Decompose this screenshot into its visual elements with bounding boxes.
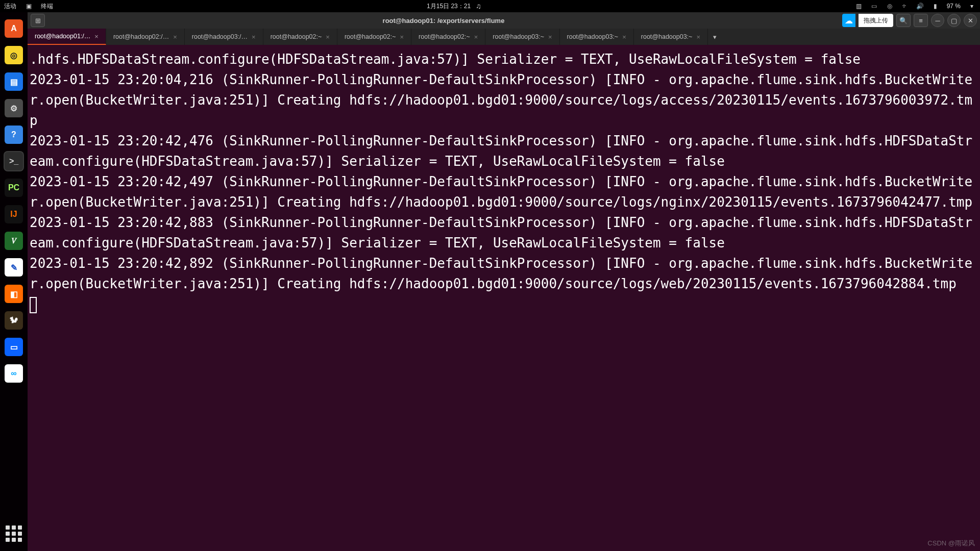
activities-button[interactable]: 活动 — [4, 2, 16, 11]
tab-close-icon[interactable]: × — [94, 33, 99, 40]
hamburger-icon: ≡ — [919, 17, 923, 24]
pycharm-icon: PC — [5, 179, 23, 197]
tab-close-icon[interactable]: × — [548, 33, 552, 41]
meet-icon: ▭ — [5, 338, 23, 356]
libreoffice-writer-icon: ▤ — [5, 72, 23, 91]
tab-label: root@hadoop02:~ — [345, 33, 396, 40]
notification-bell-icon[interactable]: ♫ — [476, 2, 481, 10]
rhythmbox-icon: ◎ — [5, 46, 23, 64]
window-headerbar: ⊞ root@hadoop01: /export/servers/flume ☁… — [28, 12, 980, 29]
settings-icon: ⚙ — [5, 99, 23, 117]
tab-label: root@hadoop02:~ — [271, 33, 322, 40]
gvim-icon: 𝑉 — [5, 232, 23, 250]
help-icon: ? — [5, 126, 23, 144]
terminal-tab-6[interactable]: root@hadoop03:~× — [485, 29, 559, 45]
dock-app-pycharm[interactable]: PC — [4, 178, 24, 198]
tab-close-icon[interactable]: × — [474, 33, 478, 41]
dock-app-terminal[interactable]: >_ — [4, 151, 24, 171]
wifi-icon[interactable]: ᯤ — [901, 2, 909, 10]
volume-icon[interactable]: 🔊 — [916, 2, 924, 10]
upload-promo-label: 拖拽上传 — [859, 14, 893, 27]
text-editor-icon: ✎ — [5, 258, 23, 277]
tab-label: root@hadoop03:~ — [493, 33, 544, 40]
window-maximize-button[interactable]: ▢ — [947, 14, 961, 27]
terminal-icon: >_ — [5, 152, 23, 170]
tab-label: root@hadoop03:/… — [192, 33, 248, 40]
dock-app-settings[interactable]: ⚙ — [4, 98, 24, 118]
terminal-tab-bar: root@hadoop01:/…×root@hadoop02:/…×root@h… — [28, 29, 980, 45]
ubuntu-dock: A◎▤⚙?>_PCIJ𝑉✎◧🐿▭∞ — [0, 12, 28, 551]
tab-close-icon[interactable]: × — [400, 33, 404, 41]
terminal-tab-8[interactable]: root@hadoop03:~× — [634, 29, 708, 45]
tab-close-icon[interactable]: × — [173, 33, 177, 41]
tray-icon-3[interactable]: ◎ — [886, 2, 894, 10]
gnome-top-panel: 活动 ▣ 终端 1月15日 23：21 ♫ ▥ ▭ ◎ ᯤ 🔊 ▮ 97 % ▾ — [0, 0, 980, 12]
tray-icon-1[interactable]: ▥ — [855, 2, 863, 10]
app-menu-label[interactable]: 终端 — [41, 2, 53, 11]
terminal-tab-2[interactable]: root@hadoop03:/…× — [185, 29, 263, 45]
new-tab-button[interactable]: ⊞ — [31, 14, 45, 27]
dock-app-virtualbox[interactable]: ◧ — [4, 284, 24, 304]
window-close-button[interactable]: ✕ — [964, 14, 977, 27]
terminal-tab-1[interactable]: root@hadoop02:/…× — [106, 29, 185, 45]
minimize-icon: ─ — [935, 17, 940, 24]
dock-app-ubuntu-software[interactable]: A — [4, 18, 24, 39]
system-menu-chevron-icon[interactable]: ▾ — [968, 2, 976, 10]
terminal-tab-4[interactable]: root@hadoop02:~× — [337, 29, 411, 45]
watermark: CSDN @雨诺风 — [927, 539, 975, 548]
terminal-tab-7[interactable]: root@hadoop03:~× — [560, 29, 634, 45]
dbeaver-icon: 🐿 — [5, 311, 23, 330]
hamburger-menu-button[interactable]: ≡ — [914, 14, 928, 27]
ubuntu-software-icon: A — [5, 19, 23, 38]
dock-app-libreoffice-writer[interactable]: ▤ — [4, 71, 24, 92]
terminal-output[interactable]: .hdfs.HDFSDataStream.configure(HDFSDataS… — [28, 45, 980, 551]
baidu-netdisk-icon: ∞ — [5, 364, 23, 383]
tab-label: root@hadoop02:/… — [113, 33, 169, 40]
dock-app-rhythmbox[interactable]: ◎ — [4, 45, 24, 65]
terminal-window: ⊞ root@hadoop01: /export/servers/flume ☁… — [28, 12, 980, 551]
tab-label: root@hadoop03:~ — [641, 33, 693, 40]
tab-close-icon[interactable]: × — [326, 33, 330, 41]
search-button[interactable]: 🔍 — [896, 14, 911, 27]
dock-app-text-editor[interactable]: ✎ — [4, 257, 24, 278]
tab-close-icon[interactable]: × — [622, 33, 626, 41]
show-applications-button[interactable] — [4, 523, 24, 544]
terminal-tab-0[interactable]: root@hadoop01:/…× — [28, 29, 106, 45]
window-minimize-button[interactable]: ─ — [931, 14, 944, 27]
terminal-tab-3[interactable]: root@hadoop02:~× — [263, 29, 337, 45]
new-tab-icon: ⊞ — [35, 17, 41, 24]
dock-app-gvim[interactable]: 𝑉 — [4, 231, 24, 251]
terminal-menu-icon: ▣ — [24, 2, 33, 10]
tab-label: root@hadoop01:/… — [35, 33, 90, 40]
tab-label: root@hadoop02:~ — [419, 33, 470, 40]
clock-label[interactable]: 1月15日 23：21 — [427, 2, 471, 11]
tab-close-icon[interactable]: × — [696, 33, 700, 41]
dock-app-intellij[interactable]: IJ — [4, 204, 24, 224]
search-icon: 🔍 — [899, 17, 908, 24]
maximize-icon: ▢ — [951, 17, 957, 24]
terminal-cursor — [30, 297, 37, 313]
virtualbox-icon: ◧ — [5, 285, 23, 303]
dock-app-meet[interactable]: ▭ — [4, 337, 24, 357]
tray-icon-2[interactable]: ▭ — [870, 2, 878, 10]
dock-app-baidu-netdisk[interactable]: ∞ — [4, 363, 24, 384]
tab-overflow-button[interactable]: ▾ — [708, 29, 722, 45]
terminal-tab-5[interactable]: root@hadoop02:~× — [411, 29, 485, 45]
battery-percent: 97 % — [947, 3, 961, 10]
cloud-icon: ☁ — [842, 14, 855, 27]
close-icon: ✕ — [968, 17, 973, 24]
chevron-down-icon: ▾ — [713, 33, 717, 41]
tab-close-icon[interactable]: × — [252, 33, 256, 41]
dock-app-help[interactable]: ? — [4, 124, 24, 145]
window-title: root@hadoop01: /export/servers/flume — [48, 17, 839, 24]
upload-promo[interactable]: ☁ 拖拽上传 — [842, 14, 893, 27]
intellij-icon: IJ — [5, 205, 23, 223]
battery-icon[interactable]: ▮ — [932, 2, 940, 10]
tab-label: root@hadoop03:~ — [567, 33, 619, 40]
dock-app-dbeaver[interactable]: 🐿 — [4, 310, 24, 331]
